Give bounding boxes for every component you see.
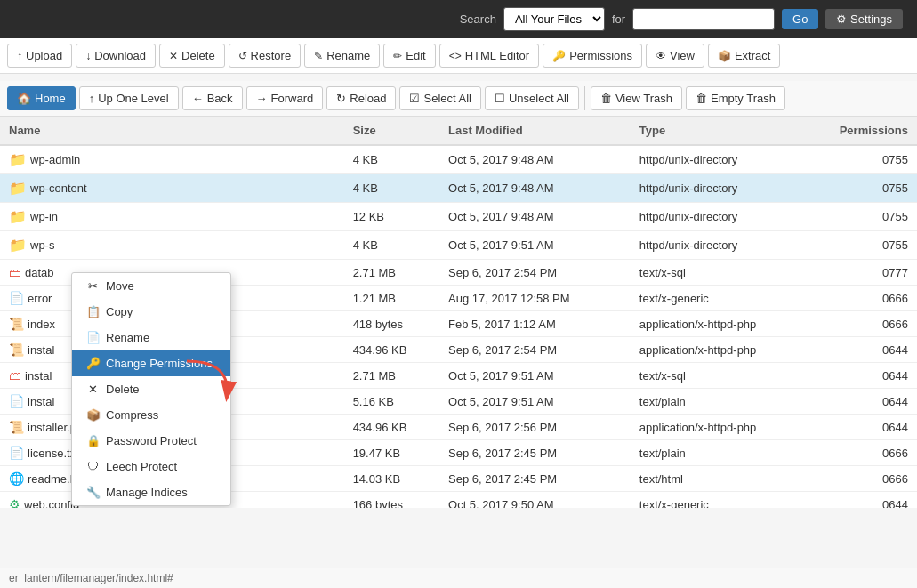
toolbar: ↑ Upload ↓ Download ✕ Delete ↺ Restore ✎… [0,38,917,74]
file-permissions: 0755 [822,174,917,203]
upload-button[interactable]: ↑ Upload [7,44,72,68]
file-type: httpd/unix-directory [631,145,822,174]
copy-icon: 📋 [86,305,99,318]
download-button[interactable]: ↓ Download [76,44,156,68]
html-editor-icon: <> [449,50,462,62]
file-size: 434.96 KB [344,337,439,363]
context-menu-item-copy[interactable]: 📋Copy [72,299,230,325]
file-name[interactable]: 📁 wp-s [0,231,344,259]
context-menu-item-password-protect[interactable]: 🔒Password Protect [72,428,230,454]
file-size: 1.21 MB [344,286,439,311]
permissions-button[interactable]: 🔑 Permissions [543,44,642,68]
col-size[interactable]: Size [344,117,439,145]
permissions-icon: 🔑 [552,50,566,62]
file-name[interactable]: 📁 wp-content [0,174,344,202]
home-button[interactable]: 🏠 Home [7,86,76,110]
file-permissions: 0644 [822,492,917,509]
file-permissions: 0666 [822,440,917,466]
file-permissions: 0755 [822,203,917,231]
download-icon: ↓ [85,50,91,62]
nav-divider [584,86,585,110]
context-menu-item-rename[interactable]: 📄Rename [72,325,230,350]
manage-indices-icon: 🔧 [86,486,99,499]
col-permissions[interactable]: Permissions [822,117,917,145]
file-permissions: 0666 [822,311,917,337]
edit-icon: ✏ [393,50,402,62]
file-size: 19.47 KB [344,440,439,466]
empty-trash-icon: 🗑 [696,92,707,105]
file-type-icon: 📜 [9,420,24,434]
file-permissions: 0666 [822,466,917,492]
file-modified: Oct 5, 2017 9:50 AM [439,492,631,509]
file-size: 434.96 KB [344,415,439,440]
edit-button[interactable]: ✏ Edit [383,44,435,68]
view-button[interactable]: 👁 View [646,44,704,68]
file-modified: Sep 6, 2017 2:45 PM [439,466,631,492]
forward-button[interactable]: → Forward [246,86,324,110]
table-row[interactable]: 📁 wp-admin 4 KB Oct 5, 2017 9:48 AM http… [0,145,917,174]
top-bar: Search All Your Files for Go ⚙ Settings [0,0,917,38]
file-permissions: 0644 [822,363,917,389]
file-type: text/x-generic [631,492,822,509]
context-menu-item-delete[interactable]: ✕Delete [72,376,230,402]
go-button[interactable]: Go [782,9,818,29]
file-type-icon: 📁 [9,180,27,197]
file-size: 4 KB [344,231,439,260]
context-menu-item-manage-indices[interactable]: 🔧Manage Indices [72,479,230,505]
table-row[interactable]: 📁 wp-in 12 KB Oct 5, 2017 9:48 AM httpd/… [0,203,917,231]
file-name[interactable]: 📁 wp-admin [0,146,344,173]
file-type-icon: 📁 [9,237,27,254]
file-size: 2.71 MB [344,363,439,389]
select-all-button[interactable]: ☑ Select All [399,86,480,110]
delete-button[interactable]: ✕ Delete [159,44,225,68]
settings-button[interactable]: ⚙ Settings [825,9,903,29]
file-name[interactable]: 📁 wp-in [0,203,344,230]
file-modified: Feb 5, 2017 1:12 AM [439,311,631,337]
file-modified: Oct 5, 2017 9:51 AM [439,231,631,260]
file-type: text/x-sql [631,363,822,389]
search-scope-select[interactable]: All Your Files [503,7,605,31]
table-row[interactable]: 📁 wp-content 4 KB Oct 5, 2017 9:48 AM ht… [0,174,917,203]
unselect-all-button[interactable]: ☐ Unselect All [485,86,579,110]
file-modified: Oct 5, 2017 9:48 AM [439,145,631,174]
html-editor-button[interactable]: <> HTML Editor [439,44,540,68]
file-permissions: 0644 [822,337,917,363]
col-type[interactable]: Type [631,117,822,145]
file-type-icon: 📄 [9,394,24,408]
file-type: text/html [631,466,822,492]
file-type-icon: ⚙ [9,497,20,508]
file-type-icon: 📜 [9,317,24,331]
extract-button[interactable]: 📦 Extract [708,44,780,68]
table-row[interactable]: 📁 wp-s 4 KB Oct 5, 2017 9:51 AM httpd/un… [0,231,917,260]
file-type-icon: 📄 [9,291,24,305]
file-size: 14.03 KB [344,466,439,492]
context-menu: ✂Move📋Copy📄Rename🔑Change Permissions✕Del… [71,272,231,506]
context-menu-item-move[interactable]: ✂Move [72,273,230,299]
file-modified: Oct 5, 2017 9:51 AM [439,363,631,389]
file-table-container: Name Size Last Modified Type Permissions… [0,117,917,508]
rename-icon: 📄 [86,331,99,344]
context-menu-item-leech-protect[interactable]: 🛡Leech Protect [72,454,230,479]
col-name[interactable]: Name [0,117,344,145]
back-button[interactable]: ← Back [182,86,243,110]
search-input[interactable] [632,8,775,30]
rename-button[interactable]: ✎ Rename [304,44,380,68]
reload-button[interactable]: ↻ Reload [326,86,396,110]
up-one-level-button[interactable]: ↑ Up One Level [79,86,179,110]
file-size: 166 bytes [344,492,439,509]
extract-icon: 📦 [718,50,731,62]
up-icon: ↑ [89,92,95,105]
password-protect-icon: 🔒 [86,434,99,447]
view-trash-button[interactable]: 🗑 View Trash [591,86,682,110]
back-icon: ← [192,92,204,105]
restore-icon: ↺ [238,50,247,62]
file-size: 4 KB [344,174,439,203]
empty-trash-button[interactable]: 🗑 Empty Trash [686,86,785,110]
file-permissions: 0644 [822,415,917,440]
file-modified: Sep 6, 2017 2:45 PM [439,440,631,466]
context-menu-item-compress[interactable]: 📦Compress [72,402,230,428]
col-modified[interactable]: Last Modified [439,117,631,145]
context-menu-item-change-permissions[interactable]: 🔑Change Permissions [72,350,230,376]
restore-button[interactable]: ↺ Restore [229,44,302,68]
file-type-icon: 🗃 [9,265,21,279]
